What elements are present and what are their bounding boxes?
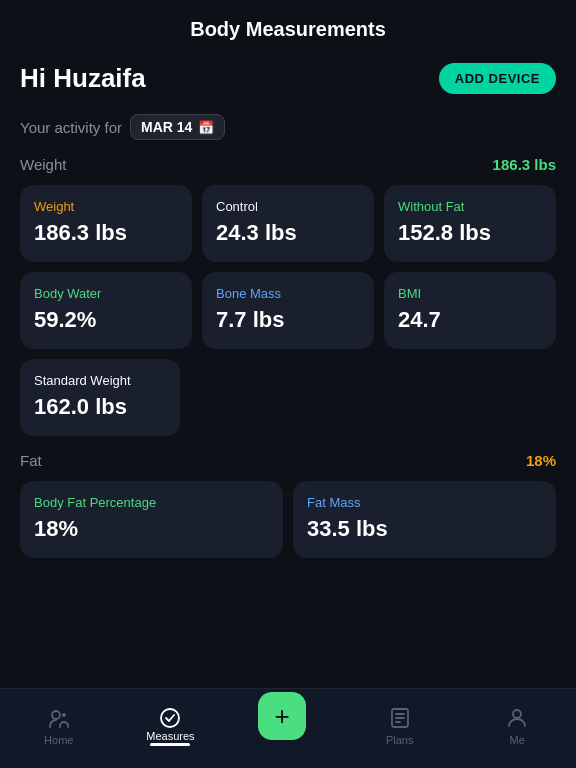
bmi-label: BMI (398, 286, 542, 301)
body-fat-label: Body Fat Percentage (34, 495, 269, 510)
without-fat-card: Without Fat 152.8 lbs (384, 185, 556, 262)
body-water-label: Body Water (34, 286, 178, 301)
date-value: MAR 14 (141, 119, 192, 135)
activity-row: Your activity for MAR 14 📅 (0, 106, 576, 156)
home-icon (47, 706, 71, 730)
nav-add[interactable]: + (252, 692, 312, 760)
svg-point-0 (52, 711, 60, 719)
control-card: Control 24.3 lbs (202, 185, 374, 262)
fat-section-header: Fat 18% (20, 452, 556, 469)
body-fat-value: 18% (34, 516, 269, 542)
fat-mass-value: 33.5 lbs (307, 516, 542, 542)
weight-card-value: 186.3 lbs (34, 220, 178, 246)
nav-measures[interactable]: Measures (146, 706, 194, 746)
fat-mass-card: Fat Mass 33.5 lbs (293, 481, 556, 558)
bone-mass-value: 7.7 lbs (216, 307, 360, 333)
page-title: Body Measurements (190, 18, 386, 41)
header: Body Measurements (0, 0, 576, 51)
bmi-value: 24.7 (398, 307, 542, 333)
calendar-icon: 📅 (198, 120, 214, 135)
weight-section: Weight 186.3 lbs Weight 186.3 lbs Contro… (0, 156, 576, 452)
add-button[interactable]: + (258, 692, 306, 740)
top-section: Hi Huzaifa ADD DEVICE (0, 51, 576, 106)
nav-plans[interactable]: Plans (370, 706, 430, 746)
nav-home-label: Home (44, 734, 73, 746)
control-card-label: Control (216, 199, 360, 214)
body-fat-percentage-card: Body Fat Percentage 18% (20, 481, 283, 558)
bone-mass-label: Bone Mass (216, 286, 360, 301)
weight-section-title: Weight (20, 156, 66, 173)
without-fat-value: 152.8 lbs (398, 220, 542, 246)
weight-section-header: Weight 186.3 lbs (20, 156, 556, 173)
me-icon (505, 706, 529, 730)
body-water-value: 59.2% (34, 307, 178, 333)
standard-weight-value: 162.0 lbs (34, 394, 166, 420)
standard-weight-row: Standard Weight 162.0 lbs (20, 359, 556, 436)
weight-card-label: Weight (34, 199, 178, 214)
active-indicator (150, 743, 190, 746)
weight-cards-row2: Body Water 59.2% Bone Mass 7.7 lbs BMI 2… (20, 272, 556, 349)
nav-home[interactable]: Home (29, 706, 89, 746)
add-device-button[interactable]: ADD DEVICE (439, 63, 556, 94)
fat-total: 18% (526, 452, 556, 469)
plans-icon (388, 706, 412, 730)
control-card-value: 24.3 lbs (216, 220, 360, 246)
body-water-card: Body Water 59.2% (20, 272, 192, 349)
nav-me[interactable]: Me (487, 706, 547, 746)
nav-plans-label: Plans (386, 734, 414, 746)
activity-label: Your activity for (20, 119, 122, 136)
bottom-nav: Home Measures + Plans Me (0, 688, 576, 768)
fat-cards: Body Fat Percentage 18% Fat Mass 33.5 lb… (20, 481, 556, 558)
nav-me-label: Me (510, 734, 525, 746)
bmi-card: BMI 24.7 (384, 272, 556, 349)
date-picker[interactable]: MAR 14 📅 (130, 114, 225, 140)
measures-icon (158, 706, 182, 730)
greeting: Hi Huzaifa (20, 63, 146, 94)
add-icon: + (275, 703, 290, 729)
svg-point-1 (63, 714, 65, 716)
weight-cards-row1: Weight 186.3 lbs Control 24.3 lbs Withou… (20, 185, 556, 262)
fat-section: Fat 18% Body Fat Percentage 18% Fat Mass… (0, 452, 576, 574)
svg-point-2 (161, 709, 179, 727)
nav-measures-label: Measures (146, 730, 194, 742)
weight-card: Weight 186.3 lbs (20, 185, 192, 262)
standard-weight-card: Standard Weight 162.0 lbs (20, 359, 180, 436)
without-fat-label: Without Fat (398, 199, 542, 214)
bone-mass-card: Bone Mass 7.7 lbs (202, 272, 374, 349)
svg-point-7 (513, 710, 521, 718)
weight-total: 186.3 lbs (493, 156, 556, 173)
fat-section-title: Fat (20, 452, 42, 469)
standard-weight-label: Standard Weight (34, 373, 166, 388)
fat-mass-label: Fat Mass (307, 495, 542, 510)
